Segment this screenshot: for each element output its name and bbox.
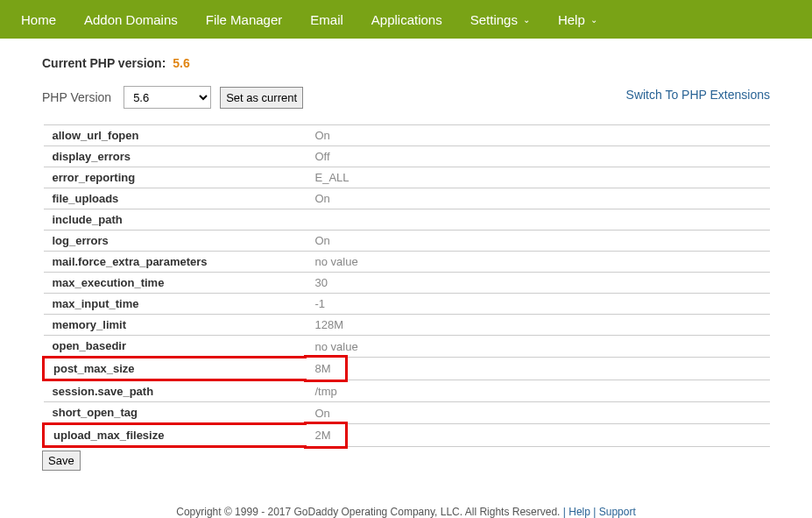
top-nav: HomeAddon DomainsFile ManagerEmailApplic… <box>0 0 812 39</box>
setting-name: max_input_time <box>44 294 307 315</box>
version-selector-row: PHP Version 5.6 Set as current Switch To… <box>42 86 770 109</box>
footer-support-link[interactable]: Support <box>599 506 636 518</box>
table-row: max_input_time-1 <box>44 294 771 315</box>
footer-help-link[interactable]: Help <box>568 506 590 518</box>
main-content: Current PHP version: 5.6 PHP Version 5.6… <box>0 39 812 518</box>
setting-name: upload_max_filesize <box>44 424 307 447</box>
nav-item-label: Help <box>558 12 585 27</box>
table-row: short_open_tagOn <box>44 402 771 424</box>
setting-value[interactable]: 8M <box>307 358 771 380</box>
nav-item-email[interactable]: Email <box>296 2 357 38</box>
footer: Copyright © 1999 - 2017 GoDaddy Operatin… <box>42 497 770 518</box>
setting-value[interactable]: Off <box>307 146 771 167</box>
setting-value[interactable]: -1 <box>307 294 771 315</box>
setting-value[interactable]: no value <box>307 336 771 358</box>
php-version-label: PHP Version <box>42 90 111 104</box>
table-row: upload_max_filesize2M <box>44 424 771 447</box>
highlight-box <box>304 422 348 449</box>
footer-copyright: Copyright © 1999 - 2017 GoDaddy Operatin… <box>176 506 560 518</box>
nav-item-help[interactable]: Help⌄ <box>544 2 611 38</box>
php-version-select[interactable]: 5.6 <box>124 86 211 109</box>
setting-value[interactable]: 128M <box>307 315 771 336</box>
table-row: error_reportingE_ALL <box>44 167 771 188</box>
setting-value[interactable]: On <box>307 188 771 209</box>
current-version-label: Current PHP version: <box>42 56 166 70</box>
set-as-current-button[interactable]: Set as current <box>220 87 303 109</box>
table-row: include_path <box>44 209 771 231</box>
setting-name: short_open_tag <box>44 402 307 424</box>
nav-item-label: Applications <box>371 12 442 27</box>
setting-value[interactable]: On <box>307 402 771 424</box>
setting-value[interactable]: E_ALL <box>307 167 771 188</box>
nav-item-label: Addon Domains <box>84 12 178 27</box>
setting-name: log_errors <box>44 231 307 252</box>
nav-item-applications[interactable]: Applications <box>357 2 456 38</box>
nav-item-label: File Manager <box>206 12 283 27</box>
save-button[interactable]: Save <box>42 451 81 471</box>
setting-name: allow_url_fopen <box>44 125 307 146</box>
setting-value[interactable]: On <box>307 231 771 252</box>
chevron-down-icon: ⌄ <box>590 15 597 25</box>
table-row: file_uploadsOn <box>44 188 771 209</box>
table-row: open_basedirno value <box>44 336 771 358</box>
nav-item-label: Settings <box>470 12 518 27</box>
setting-name: display_errors <box>44 146 307 167</box>
setting-name: max_execution_time <box>44 273 307 294</box>
nav-item-home[interactable]: Home <box>7 2 70 38</box>
setting-name: mail.force_extra_parameters <box>44 252 307 273</box>
php-settings-table: allow_url_fopenOndisplay_errorsOfferror_… <box>42 124 770 448</box>
setting-value[interactable]: 30 <box>307 273 771 294</box>
nav-item-label: Email <box>310 12 343 27</box>
setting-value[interactable] <box>307 209 771 231</box>
table-row: mail.force_extra_parametersno value <box>44 252 771 273</box>
table-row: session.save_path/tmp <box>44 380 771 402</box>
setting-name: session.save_path <box>44 380 307 402</box>
nav-item-addon-domains[interactable]: Addon Domains <box>70 2 192 38</box>
table-row: log_errorsOn <box>44 231 771 252</box>
nav-item-file-manager[interactable]: File Manager <box>192 2 297 38</box>
table-row: memory_limit128M <box>44 315 771 336</box>
switch-to-extensions-link[interactable]: Switch To PHP Extensions <box>626 88 770 102</box>
table-row: allow_url_fopenOn <box>44 125 771 146</box>
setting-name: error_reporting <box>44 167 307 188</box>
chevron-down-icon: ⌄ <box>523 15 530 25</box>
setting-value[interactable]: 2M <box>307 424 771 447</box>
current-version-row: Current PHP version: 5.6 <box>42 56 770 70</box>
table-row: display_errorsOff <box>44 146 771 167</box>
setting-value[interactable]: /tmp <box>307 380 771 402</box>
setting-name: memory_limit <box>44 315 307 336</box>
setting-name: open_basedir <box>44 336 307 358</box>
setting-name: include_path <box>44 209 307 231</box>
table-row: post_max_size8M <box>44 358 771 380</box>
nav-item-settings[interactable]: Settings⌄ <box>456 2 544 38</box>
current-version-value: 5.6 <box>173 56 189 70</box>
table-row: max_execution_time30 <box>44 273 771 294</box>
highlight-box <box>304 355 348 382</box>
setting-value[interactable]: On <box>307 125 771 146</box>
setting-value[interactable]: no value <box>307 252 771 273</box>
setting-name: file_uploads <box>44 188 307 209</box>
setting-name: post_max_size <box>44 358 307 380</box>
nav-item-label: Home <box>21 12 56 27</box>
